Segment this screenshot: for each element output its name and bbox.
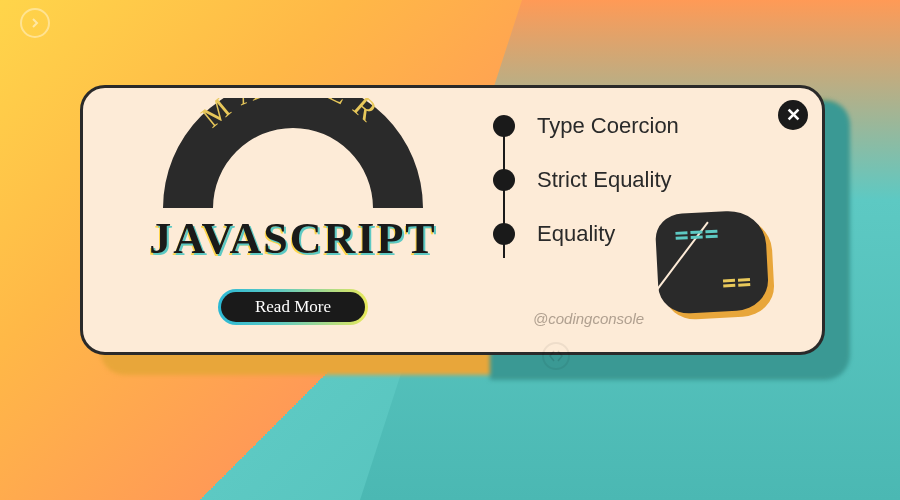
bullet-icon bbox=[493, 223, 515, 245]
topic-label: Type Coercion bbox=[537, 113, 679, 139]
close-button[interactable]: ✕ bbox=[778, 100, 808, 130]
topic-label: Strict Equality bbox=[537, 167, 672, 193]
close-icon: ✕ bbox=[786, 104, 801, 126]
decorative-arrow-icon bbox=[20, 8, 50, 38]
list-item: Equality bbox=[493, 221, 679, 247]
triple-equals-icon bbox=[675, 230, 717, 242]
list-item: Type Coercion bbox=[493, 113, 679, 139]
list-item: Strict Equality bbox=[493, 167, 679, 193]
equality-operator-icon bbox=[657, 212, 777, 322]
double-equals-icon bbox=[723, 278, 750, 289]
master-arc-badge: MASTER bbox=[143, 98, 443, 208]
promo-card: ✕ MASTER JAVASCRIPT Read More Type Coerc… bbox=[80, 85, 825, 355]
topics-list: Type Coercion Strict Equality Equality bbox=[493, 113, 679, 275]
social-handle: @codingconsole bbox=[533, 310, 644, 327]
badge-background bbox=[654, 209, 769, 315]
bullet-icon bbox=[493, 115, 515, 137]
watermark-icon bbox=[542, 342, 570, 370]
title-column: MASTER JAVASCRIPT Read More bbox=[113, 98, 473, 325]
bullet-icon bbox=[493, 169, 515, 191]
topic-label: Equality bbox=[537, 221, 615, 247]
